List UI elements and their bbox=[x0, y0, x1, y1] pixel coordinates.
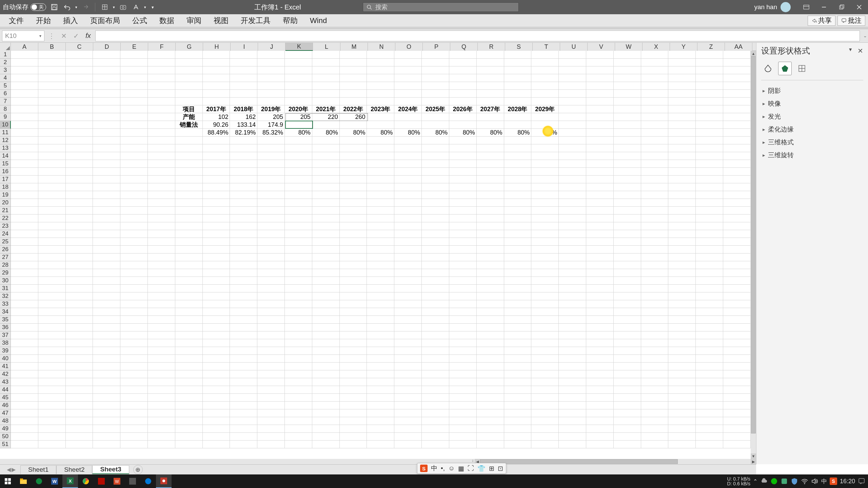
cell-O22[interactable] bbox=[394, 215, 422, 222]
cell-Q42[interactable] bbox=[449, 370, 477, 378]
cell-H34[interactable] bbox=[203, 308, 230, 316]
col-header-M[interactable]: M bbox=[340, 43, 368, 51]
cell-N29[interactable] bbox=[367, 269, 394, 277]
cell-E23[interactable] bbox=[120, 222, 148, 230]
cell-J34[interactable] bbox=[257, 308, 285, 316]
cell-AA15[interactable] bbox=[723, 160, 751, 168]
cell-V14[interactable] bbox=[586, 152, 614, 160]
taskbar-wps-icon[interactable]: W bbox=[109, 474, 125, 488]
cell-M50[interactable] bbox=[340, 433, 367, 441]
cell-T35[interactable] bbox=[531, 316, 559, 324]
vertical-scrollbar[interactable]: ▲ ▼ bbox=[751, 51, 756, 459]
cell-V3[interactable] bbox=[586, 66, 614, 74]
cell-E48[interactable] bbox=[120, 417, 148, 425]
close-icon[interactable] bbox=[850, 0, 868, 14]
cell-Y9[interactable] bbox=[668, 113, 696, 121]
cell-U36[interactable] bbox=[559, 324, 586, 331]
cell-Z13[interactable] bbox=[696, 144, 723, 152]
cell-F22[interactable] bbox=[148, 215, 175, 222]
cell-W47[interactable] bbox=[614, 409, 641, 417]
cell-L13[interactable] bbox=[312, 144, 340, 152]
cell-X22[interactable] bbox=[641, 215, 669, 222]
cell-X42[interactable] bbox=[641, 370, 669, 378]
cell-Q44[interactable] bbox=[449, 386, 477, 394]
cell-N28[interactable] bbox=[367, 261, 394, 269]
cell-V35[interactable] bbox=[586, 316, 614, 324]
cell-D44[interactable] bbox=[93, 386, 120, 394]
ime-char-6[interactable]: ⊞ bbox=[489, 465, 494, 472]
cell-N4[interactable] bbox=[367, 74, 394, 82]
screenshot-icon[interactable] bbox=[118, 2, 128, 12]
row-header-37[interactable]: 37 bbox=[0, 331, 11, 339]
cell-N20[interactable] bbox=[367, 199, 394, 207]
cell-N51[interactable] bbox=[367, 441, 394, 448]
cell-I9[interactable]: 162 bbox=[230, 113, 257, 121]
cell-T22[interactable] bbox=[531, 215, 559, 222]
cell-D45[interactable] bbox=[93, 394, 120, 402]
cell-D50[interactable] bbox=[93, 433, 120, 441]
ime-char-0[interactable]: 中 bbox=[431, 464, 437, 473]
cell-L3[interactable] bbox=[312, 66, 340, 74]
cell-U7[interactable] bbox=[559, 98, 586, 105]
cell-A6[interactable] bbox=[11, 90, 38, 98]
cell-Y14[interactable] bbox=[668, 152, 696, 160]
cell-X33[interactable] bbox=[641, 300, 669, 308]
cell-S26[interactable] bbox=[504, 246, 532, 253]
cell-J31[interactable] bbox=[257, 285, 285, 292]
cell-M26[interactable] bbox=[340, 246, 367, 253]
cell-C14[interactable] bbox=[66, 152, 93, 160]
cell-F40[interactable] bbox=[148, 355, 175, 363]
cell-I45[interactable] bbox=[230, 394, 257, 402]
cell-P10[interactable] bbox=[422, 121, 449, 129]
cell-I28[interactable] bbox=[230, 261, 257, 269]
cell-B51[interactable] bbox=[38, 441, 66, 448]
cell-K46[interactable] bbox=[285, 402, 312, 409]
cell-P40[interactable] bbox=[422, 355, 449, 363]
cell-H36[interactable] bbox=[203, 324, 230, 331]
cell-O46[interactable] bbox=[394, 402, 422, 409]
cell-K6[interactable] bbox=[285, 90, 312, 98]
cell-E16[interactable] bbox=[120, 168, 148, 176]
cell-F17[interactable] bbox=[148, 176, 175, 183]
cell-K16[interactable] bbox=[285, 168, 312, 176]
cell-A49[interactable] bbox=[11, 425, 38, 433]
cell-C13[interactable] bbox=[66, 144, 93, 152]
cell-Q18[interactable] bbox=[449, 183, 477, 191]
row-header-35[interactable]: 35 bbox=[0, 316, 11, 324]
cell-Q27[interactable] bbox=[449, 253, 477, 261]
cell-M35[interactable] bbox=[340, 316, 367, 324]
cell-J26[interactable] bbox=[257, 246, 285, 253]
cell-E6[interactable] bbox=[120, 90, 148, 98]
cell-D16[interactable] bbox=[93, 168, 120, 176]
cell-A36[interactable] bbox=[11, 324, 38, 331]
cell-P25[interactable] bbox=[422, 238, 449, 246]
cell-L42[interactable] bbox=[312, 370, 340, 378]
cell-O37[interactable] bbox=[394, 331, 422, 339]
cell-D49[interactable] bbox=[93, 425, 120, 433]
cell-Z2[interactable] bbox=[696, 59, 723, 66]
cell-T7[interactable] bbox=[531, 98, 559, 105]
cell-Y4[interactable] bbox=[668, 74, 696, 82]
cell-C26[interactable] bbox=[66, 246, 93, 253]
ribbon-tab-数据[interactable]: 数据 bbox=[153, 14, 180, 27]
cell-L15[interactable] bbox=[312, 160, 340, 168]
spreadsheet-grid[interactable]: ABCDEFGHIJKLMNOPQRSTUVWXYZAA 12345678项目2… bbox=[0, 43, 756, 464]
cell-G43[interactable] bbox=[175, 378, 203, 386]
cell-D15[interactable] bbox=[93, 160, 120, 168]
cell-X3[interactable] bbox=[641, 66, 669, 74]
cell-Q14[interactable] bbox=[449, 152, 477, 160]
cell-F6[interactable] bbox=[148, 90, 175, 98]
cell-I18[interactable] bbox=[230, 183, 257, 191]
cell-W34[interactable] bbox=[614, 308, 641, 316]
cell-I6[interactable] bbox=[230, 90, 257, 98]
cell-V1[interactable] bbox=[586, 51, 614, 59]
cell-B21[interactable] bbox=[38, 207, 66, 215]
cell-A46[interactable] bbox=[11, 402, 38, 409]
cell-A33[interactable] bbox=[11, 300, 38, 308]
col-header-P[interactable]: P bbox=[423, 43, 450, 51]
cell-L43[interactable] bbox=[312, 378, 340, 386]
qat-icon-3[interactable] bbox=[131, 2, 141, 12]
cell-X43[interactable] bbox=[641, 378, 669, 386]
cell-U38[interactable] bbox=[559, 339, 586, 347]
cell-J37[interactable] bbox=[257, 331, 285, 339]
